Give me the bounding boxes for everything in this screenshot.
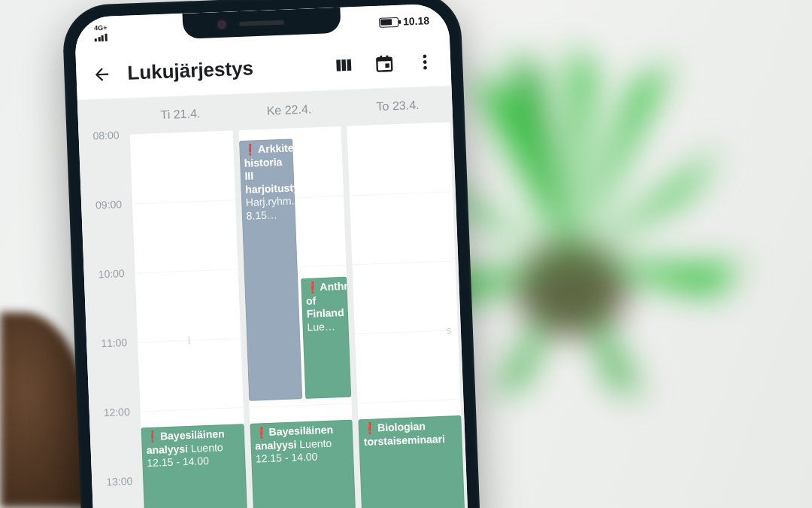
time-label: 13:00 — [106, 475, 133, 488]
screen: 4G+ 10.18 Lukujärjestys — [74, 3, 474, 508]
day-column-ke[interactable]: ❗Arkkitehtuurin historia III harjoitusty… — [238, 126, 357, 508]
alert-icon: ❗ — [363, 421, 377, 434]
day-column-to[interactable]: s ❗Biologian torstaiseminaari — [347, 122, 466, 508]
clock: 10.18 — [403, 14, 430, 27]
event-arkkitehtuuri[interactable]: ❗Arkkitehtuurin historia III harjoitusty… — [239, 138, 302, 400]
back-button[interactable] — [86, 59, 118, 90]
event-bayes-ti[interactable]: ❗Bayesiläinen analyysi Luento 12.15 - 14… — [141, 424, 248, 508]
svg-rect-6 — [380, 55, 382, 59]
svg-rect-3 — [347, 59, 351, 70]
alert-icon: ❗ — [146, 430, 159, 443]
svg-rect-1 — [336, 59, 341, 71]
overflow-menu-button[interactable] — [409, 46, 441, 78]
dots-vertical-icon — [415, 52, 435, 72]
svg-point-0 — [517, 242, 626, 336]
event-anthropology[interactable]: ❗Anthropology of Finland Lue… — [301, 277, 352, 399]
battery-icon — [379, 17, 398, 27]
svg-rect-7 — [386, 55, 389, 59]
calendar-today-icon — [374, 53, 395, 74]
network-label: 4G+ — [94, 25, 108, 32]
svg-rect-5 — [377, 57, 392, 61]
event-biologia[interactable]: ❗Biologian torstaiseminaari — [359, 415, 465, 508]
phone-frame: 4G+ 10.18 Lukujärjestys — [62, 0, 486, 508]
day-header[interactable]: Ke 22.4. — [235, 102, 344, 120]
page-title: Lukujärjestys — [127, 56, 254, 84]
signal-bars-icon — [95, 32, 108, 42]
alert-icon: ❗ — [244, 143, 257, 156]
faint-text: I — [187, 334, 191, 346]
time-label: 09:00 — [95, 198, 123, 211]
time-label: 08:00 — [92, 129, 120, 141]
today-button[interactable] — [368, 47, 400, 79]
day-header[interactable]: To 23.4. — [343, 97, 452, 115]
day-header[interactable]: Ti 21.4. — [126, 105, 235, 123]
event-bayes-ke[interactable]: ❗Bayesiläinen analyysi Luento 12.15 - 14… — [250, 420, 356, 508]
columns-icon — [334, 55, 354, 75]
arrow-left-icon — [92, 64, 112, 84]
calendar-view[interactable]: Ti 21.4. Ke 22.4. To 23.4. 08:00 09:00 1… — [77, 86, 474, 508]
time-label: 12:00 — [103, 406, 130, 418]
time-label: 10:00 — [98, 267, 125, 280]
svg-rect-8 — [385, 63, 389, 68]
svg-point-10 — [423, 60, 427, 64]
time-label: 11:00 — [101, 336, 128, 349]
alert-icon: ❗ — [254, 426, 268, 439]
svg-point-11 — [423, 65, 427, 69]
day-column-ti[interactable]: I ❗Bayesiläinen analyysi Luento 12.15 - … — [130, 130, 249, 508]
view-columns-button[interactable] — [329, 49, 360, 81]
svg-rect-2 — [341, 59, 346, 70]
alert-icon: ❗ — [305, 281, 319, 294]
svg-point-9 — [423, 54, 426, 58]
faint-text: s — [447, 324, 453, 336]
